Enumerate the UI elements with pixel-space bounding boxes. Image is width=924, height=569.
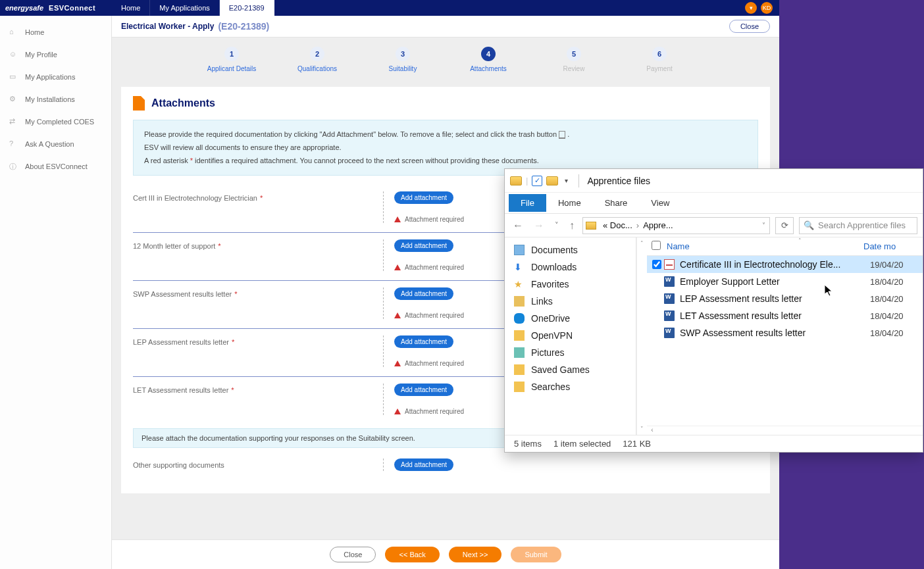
explorer-title: Apprentice files xyxy=(587,176,650,186)
file-checkbox[interactable] xyxy=(652,260,661,269)
file-row[interactable]: Certificate III in Electrotechnology Ele… xyxy=(647,256,923,273)
add-attachment-button[interactable]: Add attachment xyxy=(394,191,453,204)
ribbon-tab-file[interactable]: File xyxy=(509,194,546,212)
attachment-label: LEP Assessment results letter* xyxy=(133,335,383,367)
tree-item-links[interactable]: Links xyxy=(505,293,636,310)
add-attachment-button[interactable]: Add attachment xyxy=(394,383,453,396)
tree-item-savedgames[interactable]: Saved Games xyxy=(505,361,636,378)
attachment-label: Cert III in Electrotechnology Electricia… xyxy=(133,191,383,223)
attachment-label: 12 Month letter of support* xyxy=(133,239,383,271)
close-button[interactable]: Close xyxy=(729,20,770,33)
quick-check-icon[interactable]: ✓ xyxy=(532,176,542,186)
tree-item-openvpn[interactable]: OpenVPN xyxy=(505,327,636,344)
footer-submit-button: Submit xyxy=(511,547,561,562)
tab-home[interactable]: Home xyxy=(112,0,150,16)
folder-icon xyxy=(546,176,558,186)
step-6: 6Payment xyxy=(630,47,689,72)
onedrive-icon xyxy=(514,313,525,324)
explorer-tree: Documents ⬇Downloads ★Favorites Links On… xyxy=(505,237,636,435)
footer-next-button[interactable]: Next >> xyxy=(449,547,502,562)
step-4[interactable]: 4Attachments xyxy=(459,47,518,72)
top-right: ▾ KD xyxy=(745,2,779,14)
documents-icon xyxy=(514,245,525,255)
add-attachment-button[interactable]: Add attachment xyxy=(394,239,453,252)
tree-item-documents[interactable]: Documents xyxy=(505,241,636,259)
page-record: (E20-21389) xyxy=(218,21,269,32)
document-icon xyxy=(133,96,145,111)
footer-close-button[interactable]: Close xyxy=(330,547,376,562)
select-all-checkbox[interactable] xyxy=(652,241,661,250)
notifications-icon[interactable]: ▾ xyxy=(745,2,757,14)
step-1[interactable]: 1Applicant Details xyxy=(202,47,261,72)
explorer-status-bar: 5 items 1 item selected 121 KB xyxy=(505,435,923,452)
ribbon-tab-share[interactable]: Share xyxy=(593,194,640,212)
column-header[interactable]: Name ˄ Date mo xyxy=(647,237,923,256)
file-row[interactable]: SWP Assessment results letter 18/04/20 xyxy=(647,324,923,341)
tree-item-onedrive[interactable]: OneDrive xyxy=(505,310,636,327)
step-3[interactable]: 3Suitability xyxy=(373,47,432,72)
file-row[interactable]: LET Assessment results letter 18/04/20 xyxy=(647,307,923,324)
horizontal-scrollbar[interactable]: ‹ xyxy=(647,426,923,435)
explorer-titlebar[interactable]: | ✓ ▾ Apprentice files xyxy=(505,169,923,193)
tree-item-searches[interactable]: Searches xyxy=(505,378,636,395)
tab-record[interactable]: E20-21389 xyxy=(220,0,274,16)
search-input[interactable]: 🔍 Search Apprentice files xyxy=(799,217,917,234)
file-date: 18/04/20 xyxy=(870,328,923,338)
search-folder-icon xyxy=(514,382,525,392)
tree-item-pictures[interactable]: Pictures xyxy=(505,344,636,361)
search-icon: 🔍 xyxy=(804,220,814,230)
tree-scrollbar[interactable]: ˄˅ xyxy=(636,237,647,435)
nav-history-dropdown[interactable]: ˅ xyxy=(552,221,561,230)
sort-indicator-icon: ˄ xyxy=(798,237,802,244)
ribbon-tab-home[interactable]: Home xyxy=(546,194,593,212)
sidebar-item-installations[interactable]: ⚙My Installations xyxy=(0,88,111,111)
clipboard-icon: ▭ xyxy=(9,72,18,82)
file-row[interactable]: LEP Assessment results letter 18/04/20 xyxy=(647,290,923,307)
warning-icon xyxy=(394,264,401,270)
add-attachment-button[interactable]: Add attachment xyxy=(394,287,453,300)
brand-name-2: ESVConnect xyxy=(49,4,95,12)
status-item-count: 5 items xyxy=(514,439,542,449)
tree-item-downloads[interactable]: ⬇Downloads xyxy=(505,259,636,276)
refresh-button[interactable]: ⟳ xyxy=(775,217,794,234)
sidebar-item-coes[interactable]: ⇄My Completed COES xyxy=(0,111,111,133)
column-date[interactable]: Date mo xyxy=(863,241,923,251)
wizard-stepper: 1Applicant Details 2Qualifications 3Suit… xyxy=(112,37,779,84)
file-row[interactable]: Employer Support Letter 18/04/20 xyxy=(647,273,923,290)
pictures-icon xyxy=(514,347,525,358)
top-tabs: Home My Applications E20-21389 xyxy=(112,0,274,16)
file-name: Employer Support Letter xyxy=(680,276,870,287)
sidebar-item-applications[interactable]: ▭My Applications xyxy=(0,66,111,88)
file-explorer-window[interactable]: | ✓ ▾ Apprentice files File Home Share V… xyxy=(504,168,923,453)
folder-icon xyxy=(514,330,525,341)
column-name[interactable]: Name xyxy=(665,241,863,251)
step-5: 5Review xyxy=(544,47,603,72)
word-icon xyxy=(664,276,675,287)
breadcrumb[interactable]: « Doc... xyxy=(599,220,636,230)
sidebar-item-ask[interactable]: ?Ask A Question xyxy=(0,133,111,155)
sidebar-item-profile[interactable]: ☺My Profile xyxy=(0,43,111,66)
breadcrumb[interactable]: Appre... xyxy=(639,220,677,230)
sidebar-item-about[interactable]: ⓘAbout ESVConnect xyxy=(0,155,111,178)
user-avatar[interactable]: KD xyxy=(761,2,773,14)
file-name: SWP Assessment results letter xyxy=(680,328,870,338)
sidebar-item-home[interactable]: ⌂Home xyxy=(0,21,111,43)
nav-up-icon[interactable]: ↑ xyxy=(567,220,577,232)
add-attachment-button[interactable]: Add attachment xyxy=(394,335,453,348)
tree-item-favorites[interactable]: ★Favorites xyxy=(505,276,636,293)
footer-back-button[interactable]: << Back xyxy=(385,547,439,562)
word-icon xyxy=(664,310,675,321)
nav-forward-icon: → xyxy=(531,220,547,232)
ribbon-tab-view[interactable]: View xyxy=(639,194,681,212)
chevron-down-icon[interactable]: ˅ xyxy=(758,222,769,229)
check-icon: ⇄ xyxy=(9,117,18,126)
add-attachment-button[interactable]: Add attachment xyxy=(394,458,453,471)
quick-access-dropdown[interactable]: ▾ xyxy=(562,177,571,184)
page-header: Electrical Worker - Apply (E20-21389) Cl… xyxy=(112,16,779,37)
footer-bar: Close << Back Next >> Submit xyxy=(112,539,779,569)
nav-back-icon[interactable]: ← xyxy=(510,220,526,232)
folder-icon xyxy=(586,222,596,230)
step-2[interactable]: 2Qualifications xyxy=(288,47,347,72)
address-bar[interactable]: « Doc... › Appre... ˅ xyxy=(582,217,770,234)
tab-my-applications[interactable]: My Applications xyxy=(150,0,219,16)
